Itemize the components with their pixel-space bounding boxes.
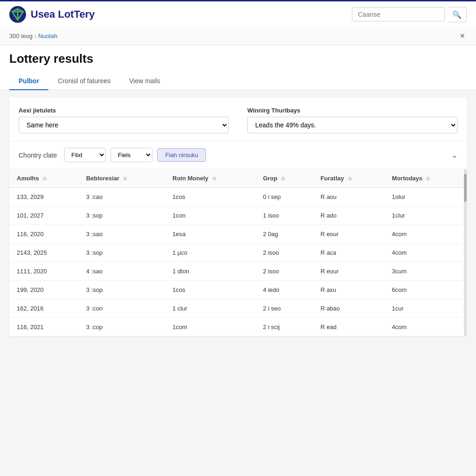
filters-row: Aexi jietulets Same here Winnirg Thurlba…	[19, 107, 457, 133]
col-roin-monely: Roin Monely ☆	[165, 169, 256, 188]
col-mortodays: Mortodays ☆	[384, 169, 467, 188]
table-header-row: Amolhs ☆ Bebloresiar ☆ Roin Monely ☆ Gro…	[9, 169, 467, 188]
table-row: 116, 20213 :cop1com2 i scijR ead4com	[9, 318, 467, 337]
table-row: 1111, 20204 :sao1 dton2 isooR eour3cum	[9, 262, 467, 281]
cell-furatlay: R abao	[313, 299, 384, 318]
cell-mortodays: 6com	[384, 281, 467, 299]
expand-button[interactable]: ⌄	[451, 151, 457, 159]
search-button[interactable]: 🔍	[448, 7, 467, 22]
brand: Usea LotTery	[9, 6, 95, 23]
cell-bebloresiar: 3 :sop	[79, 281, 165, 299]
cell-roin_monely: 1cos	[165, 281, 256, 299]
filter-right-label: Winnirg Thurlbays	[247, 107, 457, 114]
cell-furatlay: R aca	[313, 244, 384, 262]
main-content: Aexi jietulets Same here Winnirg Thurlba…	[9, 98, 467, 336]
cell-furatlay: R aou	[313, 188, 384, 206]
cell-bebloresiar: 3 :sop	[79, 244, 165, 262]
cell-grop: 2 0ag	[256, 225, 313, 244]
cell-roin_monely: 1 μco	[165, 244, 256, 262]
table-header: Amolhs ☆ Bebloresiar ☆ Roin Monely ☆ Gro…	[9, 169, 467, 188]
sort-icon-roin-monely[interactable]: ☆	[212, 176, 217, 182]
table-row: 162, 20163 :con1 clur2 i seoR abao1cur	[9, 299, 467, 318]
cell-roin_monely: 1 clur	[165, 299, 256, 318]
filter-dropdown-1[interactable]: Filxt	[64, 148, 106, 162]
tab-cronisl[interactable]: Cronisl of faturees	[48, 73, 120, 90]
chevron-down-icon: ⌄	[451, 151, 457, 159]
data-table: Amolhs ☆ Bebloresiar ☆ Roin Monely ☆ Gro…	[9, 169, 467, 336]
cell-mortodays: 1cur	[384, 299, 467, 318]
table-row: 2143, 20253 :sop1 μco2 isooR aca4com	[9, 244, 467, 262]
cell-roin_monely: 1esa	[165, 225, 256, 244]
table-row: 199, 20203 :sop1cos4 iedoR axu6com	[9, 281, 467, 299]
cell-roin_monely: 1com	[165, 318, 256, 337]
navbar: Usea LotTery 🔍	[0, 0, 476, 27]
cell-mortodays: 3cum	[384, 262, 467, 281]
breadcrumb-bar: 300 leog › Nuolah ×	[0, 27, 476, 45]
page-header: Lottery results Pulbor Cronisl of fature…	[0, 45, 476, 90]
filter-dropdown-2[interactable]: Fiels	[111, 148, 152, 162]
cell-bebloresiar: 3 :sao	[79, 225, 165, 244]
tab-pulbor[interactable]: Pulbor	[9, 73, 48, 90]
sort-icon-bebloresiar[interactable]: ☆	[123, 176, 127, 182]
cell-furatlay: R eour	[313, 262, 384, 281]
cell-grop: 1 isoo	[256, 206, 313, 225]
close-button[interactable]: ×	[458, 31, 467, 41]
cell-amolhs: 1111, 2020	[9, 262, 79, 281]
cell-grop: 4 iedo	[256, 281, 313, 299]
table-body: 133, 20293 :cao1cos0 i sepR aou1olur101,…	[9, 188, 467, 337]
filters-section: Aexi jietulets Same here Winnirg Thurlba…	[9, 98, 467, 141]
cell-mortodays: 4com	[384, 244, 467, 262]
col-amolhs: Amolhs ☆	[9, 169, 79, 188]
cell-amolhs: 101, 2027	[9, 206, 79, 225]
tabs: Pulbor Cronisl of faturees View mails	[9, 73, 467, 90]
table-container: Amolhs ☆ Bebloresiar ☆ Roin Monely ☆ Gro…	[9, 169, 467, 336]
sort-icon-amolhs[interactable]: ☆	[42, 176, 47, 182]
cell-furatlay: R eour	[313, 225, 384, 244]
col-bebloresiar: Bebloresiar ☆	[79, 169, 165, 188]
filter-group-right: Winnirg Thurlbays Leads the 49% days.	[247, 107, 457, 133]
table-row: 116, 20203 :sao1esa2 0agR eour4com	[9, 225, 467, 244]
cell-furatlay: R ead	[313, 318, 384, 337]
filter-right-select[interactable]: Leads the 49% days.	[247, 117, 457, 133]
cell-bebloresiar: 3 :con	[79, 299, 165, 318]
scrollbar[interactable]	[464, 169, 467, 336]
table-filter-bar: Chontry clate Filxt Fiels Fiah nirsuku ⌄	[9, 141, 467, 169]
col-grop: Grop ☆	[256, 169, 313, 188]
sort-icon-furatlay[interactable]: ☆	[348, 176, 352, 182]
sort-icon-grop[interactable]: ☆	[281, 176, 285, 182]
cell-grop: 2 isoo	[256, 262, 313, 281]
search-area: 🔍	[352, 7, 467, 22]
breadcrumb-item-1[interactable]: 300 leog	[9, 33, 33, 40]
cell-amolhs: 116, 2021	[9, 318, 79, 337]
tab-viewmails[interactable]: View mails	[120, 73, 170, 90]
table-row: 101, 20273 :sop1con1 isooR ado1clur	[9, 206, 467, 225]
cell-furatlay: R ado	[313, 206, 384, 225]
cell-roin_monely: 1cos	[165, 188, 256, 206]
sort-icon-mortodays[interactable]: ☆	[426, 176, 430, 182]
cell-grop: 2 i seo	[256, 299, 313, 318]
cell-amolhs: 133, 2029	[9, 188, 79, 206]
search-icon: 🔍	[452, 11, 462, 19]
cell-grop: 2 isoo	[256, 244, 313, 262]
cell-roin_monely: 1 dton	[165, 262, 256, 281]
breadcrumb-separator: ›	[34, 33, 36, 40]
brand-logo	[9, 6, 26, 23]
filter-left-label: Aexi jietulets	[19, 107, 229, 114]
cell-mortodays: 1olur	[384, 188, 467, 206]
filter-left-select[interactable]: Same here	[19, 117, 229, 133]
brand-title: Usea LotTery	[31, 8, 95, 20]
filter-action-button[interactable]: Fiah nirsuku	[157, 148, 206, 162]
cell-amolhs: 162, 2016	[9, 299, 79, 318]
cell-mortodays: 4com	[384, 318, 467, 337]
scrollbar-thumb[interactable]	[464, 174, 467, 202]
search-input[interactable]	[352, 7, 445, 21]
cell-grop: 2 i scij	[256, 318, 313, 337]
table-row: 133, 20293 :cao1cos0 i sepR aou1olur	[9, 188, 467, 206]
cell-amolhs: 2143, 2025	[9, 244, 79, 262]
breadcrumb-item-2[interactable]: Nuolah	[38, 33, 57, 40]
col-furatlay: Furatlay ☆	[313, 169, 384, 188]
cell-mortodays: 1clur	[384, 206, 467, 225]
cell-amolhs: 116, 2020	[9, 225, 79, 244]
filter-group-left: Aexi jietulets Same here	[19, 107, 229, 133]
page-title: Lottery results	[9, 52, 467, 66]
